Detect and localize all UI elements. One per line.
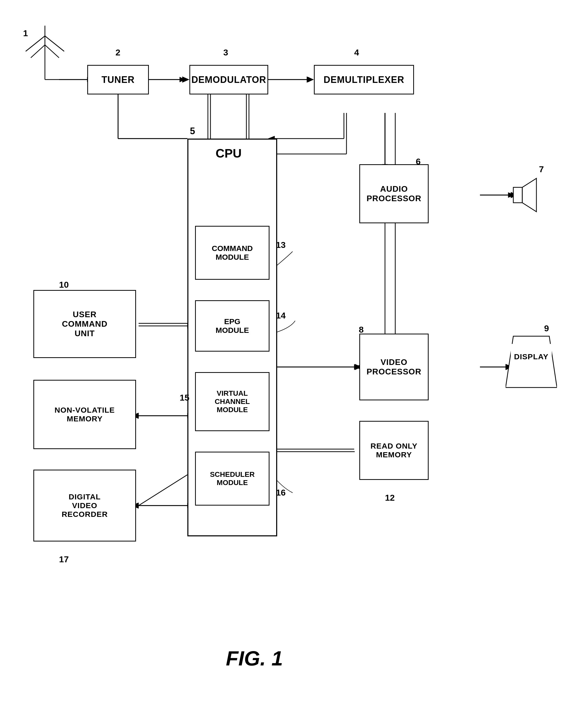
- virtual-channel-label: VIRTUAL CHANNEL MODULE: [215, 389, 250, 414]
- read-only-number: 12: [385, 493, 395, 503]
- read-only-box: READ ONLY MEMORY: [359, 421, 428, 480]
- svg-line-37: [45, 36, 64, 51]
- svg-line-36: [26, 36, 45, 51]
- command-module-label: COMMAND MODULE: [212, 244, 253, 261]
- svg-marker-3: [180, 77, 185, 82]
- svg-marker-79: [522, 178, 537, 212]
- svg-marker-45: [307, 77, 314, 83]
- dvr-box: DIGITAL VIDEO RECORDER: [34, 470, 136, 542]
- user-command-label: USER COMMAND UNIT: [62, 310, 107, 338]
- svg-rect-78: [513, 187, 522, 203]
- demodulator-box: DEMODULATOR: [189, 65, 268, 94]
- audio-processor-box: AUDIO PROCESSOR: [359, 164, 428, 223]
- video-processor-number: 8: [359, 324, 364, 335]
- display-label: DISPLAY: [514, 352, 548, 361]
- speaker-icon: [511, 174, 544, 215]
- svg-marker-43: [182, 77, 189, 83]
- epg-module-box: EPG MODULE: [195, 300, 270, 352]
- virtual-channel-box: VIRTUAL CHANNEL MODULE: [195, 372, 270, 431]
- dvr-number: 17: [59, 554, 69, 564]
- demodulator-number: 3: [223, 47, 228, 58]
- diagram: 1 TUNER 2 DEMODULATOR 3 DEMULTIPLEXER 4 …: [0, 0, 588, 716]
- scheduler-module-number: 16: [276, 488, 286, 498]
- tuner-number: 2: [115, 47, 120, 58]
- demultiplexer-box: DEMULTIPLEXER: [314, 65, 414, 94]
- non-volatile-label: NON-VOLATILE MEMORY: [55, 406, 115, 423]
- video-processor-label: VIDEO PROCESSOR: [366, 357, 421, 377]
- audio-processor-label: AUDIO PROCESSOR: [366, 184, 421, 203]
- epg-module-label: EPG MODULE: [216, 317, 249, 335]
- svg-line-39: [45, 45, 59, 58]
- scheduler-module-label: SCHEDULER MODULE: [210, 470, 255, 487]
- cpu-number: 5: [190, 126, 195, 136]
- figure-label: FIG. 1: [226, 647, 283, 670]
- svg-line-38: [31, 45, 45, 58]
- display-number: 9: [544, 323, 549, 333]
- demultiplexer-number: 4: [354, 47, 359, 58]
- dvr-label: DIGITAL VIDEO RECORDER: [62, 492, 108, 519]
- demodulator-label: DEMODULATOR: [191, 75, 267, 85]
- audio-processor-number: 6: [416, 156, 421, 167]
- cpu-label: CPU: [216, 146, 241, 161]
- speaker-number: 7: [539, 164, 544, 174]
- main-arrows: [0, 0, 588, 716]
- tuner-label: TUNER: [102, 75, 135, 85]
- read-only-label: READ ONLY MEMORY: [371, 442, 418, 459]
- command-module-number: 13: [276, 240, 286, 250]
- display-box: DISPLAY: [511, 344, 552, 370]
- svg-line-77: [139, 475, 187, 506]
- user-command-number: 10: [59, 280, 69, 290]
- scheduler-module-box: SCHEDULER MODULE: [195, 452, 270, 506]
- virtual-channel-number: 15: [180, 393, 189, 403]
- arrows-svg: [0, 0, 588, 716]
- non-volatile-box: NON-VOLATILE MEMORY: [34, 380, 136, 449]
- video-processor-box: VIDEO PROCESSOR: [359, 334, 428, 400]
- antenna-svg: [0, 0, 588, 716]
- tuner-box: TUNER: [87, 65, 149, 94]
- antenna-number: 1: [23, 28, 28, 38]
- user-command-box: USER COMMAND UNIT: [34, 290, 136, 358]
- epg-module-number: 14: [276, 311, 286, 320]
- svg-marker-5: [308, 77, 313, 82]
- command-module-box: COMMAND MODULE: [195, 226, 270, 280]
- demultiplexer-label: DEMULTIPLEXER: [324, 75, 404, 85]
